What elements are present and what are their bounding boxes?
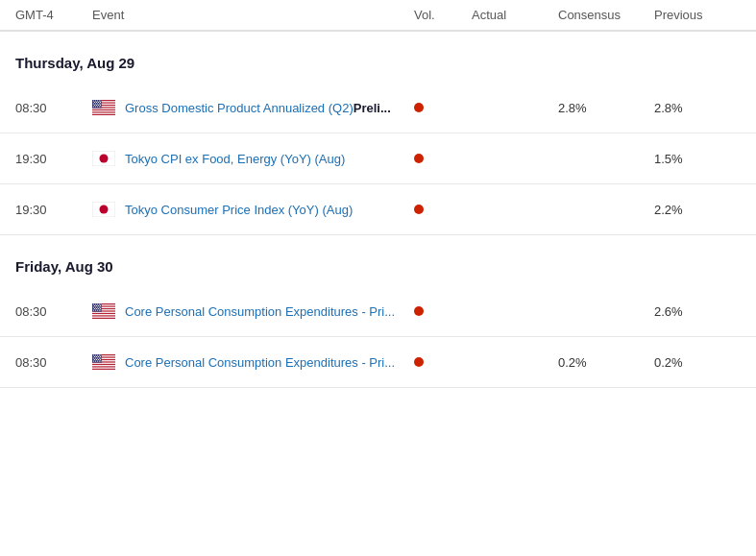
svg-rect-70 — [92, 363, 115, 364]
svg-point-84 — [95, 357, 96, 358]
svg-point-92 — [93, 360, 94, 361]
svg-point-48 — [94, 305, 95, 306]
previous-value: 2.8% — [654, 101, 741, 115]
table-row[interactable]: 08:30 Gross Domestic Product Annualized … — [0, 83, 756, 133]
high-vol-dot — [414, 205, 424, 214]
svg-point-91 — [100, 359, 101, 360]
svg-point-10 — [97, 100, 98, 101]
svg-point-32 — [100, 155, 109, 163]
svg-point-86 — [99, 357, 100, 358]
svg-rect-6 — [92, 113, 115, 114]
svg-point-45 — [97, 303, 98, 304]
svg-rect-41 — [92, 317, 115, 318]
svg-rect-39 — [92, 312, 115, 313]
svg-point-20 — [99, 103, 100, 104]
previous-value: 2.2% — [654, 203, 741, 217]
svg-point-76 — [97, 354, 98, 355]
svg-point-88 — [94, 359, 95, 360]
svg-rect-5 — [92, 110, 115, 111]
event-cell[interactable]: Core Personal Consumption Expenditures -… — [92, 354, 414, 370]
event-cell[interactable]: Tokyo CPI ex Food, Energy (YoY) (Aug) — [92, 151, 414, 166]
svg-rect-40 — [92, 314, 115, 315]
svg-point-49 — [96, 305, 97, 306]
svg-point-19 — [97, 103, 98, 104]
event-name[interactable]: Core Personal Consumption Expenditures -… — [125, 304, 395, 319]
svg-point-90 — [98, 359, 99, 360]
high-vol-dot — [414, 306, 424, 316]
volatility-indicator — [414, 306, 472, 316]
event-time: 08:30 — [15, 304, 92, 319]
svg-point-43 — [93, 303, 94, 304]
svg-point-62 — [95, 309, 96, 310]
table-row[interactable]: 19:30 Tokyo Consumer Price Index (YoY) (… — [0, 184, 756, 235]
consensus-value: 2.8% — [558, 101, 654, 115]
previous-value: 1.5% — [654, 152, 741, 166]
svg-point-55 — [99, 306, 100, 307]
svg-point-13 — [94, 102, 95, 103]
svg-rect-4 — [92, 109, 115, 109]
svg-point-46 — [99, 303, 100, 304]
svg-point-85 — [97, 357, 98, 358]
svg-point-24 — [98, 105, 99, 106]
event-name[interactable]: Gross Domestic Product Annualized (Q2)Pr… — [125, 101, 391, 115]
svg-point-9 — [95, 100, 96, 101]
svg-point-79 — [94, 356, 95, 357]
section-header-1: Friday, Aug 30 — [0, 235, 756, 286]
table-row[interactable]: 19:30 Tokyo CPI ex Food, Energy (YoY) (A… — [0, 133, 756, 184]
us-flag-icon — [92, 100, 115, 115]
event-time: 08:30 — [15, 101, 92, 115]
high-vol-dot — [414, 103, 424, 112]
volatility-indicator — [414, 154, 472, 163]
svg-point-64 — [99, 309, 100, 310]
volatility-indicator — [414, 205, 472, 214]
svg-point-93 — [95, 360, 96, 361]
col-header-actual: Actual — [472, 8, 558, 22]
svg-rect-71 — [92, 365, 115, 366]
event-name[interactable]: Tokyo Consumer Price Index (YoY) (Aug) — [125, 203, 353, 217]
svg-point-87 — [100, 357, 101, 358]
event-name[interactable]: Tokyo CPI ex Food, Energy (YoY) (Aug) — [125, 152, 345, 166]
event-cell[interactable]: Core Personal Consumption Expenditures -… — [92, 303, 414, 319]
svg-point-21 — [100, 103, 101, 104]
svg-point-94 — [97, 360, 98, 361]
high-vol-dot — [414, 154, 424, 163]
volatility-indicator — [414, 103, 472, 112]
svg-point-52 — [93, 306, 94, 307]
table-row[interactable]: 08:30 Core Personal Consumption Expendit… — [0, 286, 756, 337]
us-flag-icon — [92, 354, 115, 370]
col-header-gmt: GMT-4 — [15, 8, 92, 22]
svg-point-63 — [97, 309, 98, 310]
svg-point-18 — [95, 103, 96, 104]
svg-point-56 — [100, 306, 101, 307]
svg-point-60 — [100, 308, 101, 309]
svg-point-58 — [96, 308, 97, 309]
event-time: 08:30 — [15, 355, 92, 370]
svg-point-17 — [93, 103, 94, 104]
svg-point-44 — [95, 303, 96, 304]
us-flag-icon — [92, 303, 115, 319]
svg-point-28 — [97, 106, 98, 107]
svg-point-65 — [100, 309, 101, 310]
svg-point-83 — [93, 357, 94, 358]
svg-point-59 — [98, 308, 99, 309]
svg-point-8 — [93, 100, 94, 101]
high-vol-dot — [414, 357, 424, 367]
svg-point-77 — [99, 354, 100, 355]
svg-point-54 — [97, 306, 98, 307]
event-name[interactable]: Core Personal Consumption Expenditures -… — [125, 355, 395, 370]
table-row[interactable]: 08:30 Core Personal Consumption Expendit… — [0, 337, 756, 388]
consensus-value: 0.2% — [558, 355, 654, 370]
svg-point-57 — [94, 308, 95, 309]
svg-point-22 — [94, 105, 95, 106]
svg-point-81 — [98, 356, 99, 357]
event-cell[interactable]: Gross Domestic Product Annualized (Q2)Pr… — [92, 100, 414, 115]
svg-point-16 — [100, 102, 101, 103]
event-cell[interactable]: Tokyo Consumer Price Index (YoY) (Aug) — [92, 202, 414, 217]
svg-point-47 — [100, 303, 101, 304]
sections-container: Thursday, Aug 2908:30 Gross Domestic Pro… — [0, 32, 756, 388]
col-header-previous: Previous — [654, 8, 741, 22]
svg-point-29 — [99, 106, 100, 107]
volatility-indicator — [414, 357, 472, 367]
svg-point-14 — [96, 102, 97, 103]
section-header-0: Thursday, Aug 29 — [0, 32, 756, 83]
